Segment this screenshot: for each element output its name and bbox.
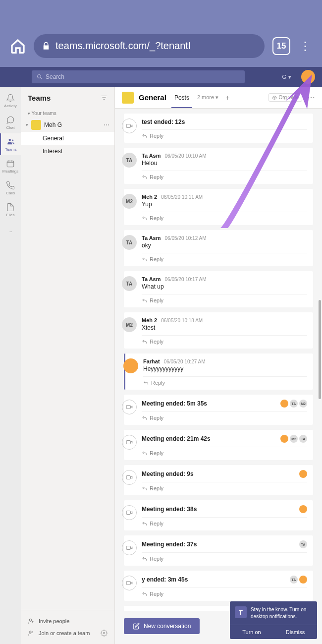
- message-card[interactable]: M2 Meh 206/05/20 10:18 AM Xtest Reply: [124, 312, 313, 349]
- reply-button[interactable]: Reply: [143, 376, 307, 386]
- message-card[interactable]: M2 Meh 206/05/20 10:11 AM Yup Reply: [124, 189, 313, 225]
- message-card[interactable]: Meeting ended: 37sTA Reply: [124, 535, 313, 566]
- home-icon[interactable]: [10, 38, 26, 54]
- message-avatar: [122, 540, 137, 555]
- message-text: Meeting ended: 9s: [142, 470, 194, 477]
- reply-button[interactable]: Reply: [142, 447, 307, 456]
- search-icon: [37, 74, 43, 80]
- channel-interest[interactable]: Interest: [21, 145, 114, 158]
- org-wide-badge[interactable]: Org-wide: [268, 93, 302, 102]
- message-card[interactable]: TA Ta Asm06/05/20 10:10 AM Helou Reply: [124, 148, 313, 184]
- message-card[interactable]: Meeting ended: 9s Reply: [124, 465, 313, 495]
- user-menu[interactable]: G ▾: [282, 74, 291, 80]
- invite-people-link[interactable]: Invite people: [28, 615, 107, 627]
- svg-rect-13: [126, 511, 130, 515]
- main-layout: Activity Chat Teams Meetings Calls Files…: [0, 87, 322, 644]
- join-create-team-link[interactable]: Join or create a team: [28, 627, 107, 639]
- tab-posts[interactable]: Posts: [171, 94, 192, 101]
- rail-teams[interactable]: Teams: [0, 133, 21, 155]
- toast-text: Stay in the know. Turn on desktop notifi…: [251, 606, 312, 620]
- message-text: Meeting ended: 21m 42s: [142, 435, 211, 442]
- rail-chat[interactable]: Chat: [0, 112, 21, 133]
- participants: TAM2: [280, 400, 307, 408]
- reply-button[interactable]: Reply: [142, 171, 307, 180]
- message-avatar: TA: [122, 235, 137, 250]
- eye-icon: [272, 95, 277, 100]
- new-conversation-button[interactable]: New conversation: [124, 618, 200, 634]
- message-text: test ended: 12s: [142, 118, 185, 125]
- message-card[interactable]: Meeting ended: 5m 35sTAM2 Reply: [124, 395, 313, 425]
- message-text: Heyyyyyyyyyyy: [143, 365, 183, 372]
- message-text: Meeting ended: 38s: [142, 506, 197, 513]
- message-list[interactable]: test ended: 12s Reply TA Ta Asm06/05/20 …: [115, 109, 322, 611]
- reply-button[interactable]: Reply: [142, 335, 307, 345]
- dismiss-button[interactable]: Dismiss: [273, 625, 317, 639]
- lock-icon: [42, 42, 51, 51]
- more-icon[interactable]: ⋯: [307, 93, 315, 102]
- message-text: Yup: [142, 201, 152, 208]
- svg-rect-11: [126, 441, 130, 444]
- message-avatar: [123, 358, 138, 373]
- message-card[interactable]: Meeting ended: 21m 42sM2TA Reply: [124, 430, 313, 460]
- message-card[interactable]: TA Ta Asm06/05/20 10:12 AM oky Reply: [124, 230, 313, 266]
- reply-button[interactable]: Reply: [142, 482, 307, 491]
- participant-dot: [280, 435, 288, 443]
- reply-button[interactable]: Reply: [142, 587, 307, 597]
- join-icon: [28, 630, 35, 637]
- message-card[interactable]: y ended: 3m 45sTA Reply: [124, 571, 313, 601]
- message-text: Meeting ended: 5m 35s: [142, 400, 207, 407]
- svg-point-7: [103, 632, 105, 634]
- reply-button[interactable]: Reply: [142, 411, 307, 421]
- gear-icon[interactable]: [101, 630, 107, 637]
- reply-button[interactable]: Reply: [142, 212, 307, 221]
- reply-button[interactable]: Reply: [142, 552, 307, 562]
- rail-calls[interactable]: Calls: [0, 177, 21, 199]
- sidebar-section-label: ▾ Your teams: [21, 109, 114, 118]
- rail-meetings[interactable]: Meetings: [0, 155, 21, 177]
- browser-toolbar: teams.microsoft.com/_?tenantI 15 ⋮: [0, 0, 322, 67]
- message-text: y ended: 3m 45s: [142, 576, 188, 583]
- message-card[interactable]: Farhat06/05/20 10:27 AM Heyyyyyyyyyyy Re…: [124, 353, 313, 390]
- participant-dot: [299, 470, 307, 478]
- add-tab-button[interactable]: +: [225, 94, 229, 102]
- browser-menu-icon[interactable]: ⋮: [298, 39, 312, 53]
- rail-activity[interactable]: Activity: [0, 90, 21, 112]
- filter-icon[interactable]: [101, 94, 107, 101]
- message-card[interactable]: Meeting ended: 38s Reply: [124, 500, 313, 530]
- message-time: 06/05/20 10:18 AM: [161, 318, 203, 323]
- message-card[interactable]: test ended: 12s Reply: [124, 114, 313, 143]
- channel-general[interactable]: General: [21, 132, 114, 145]
- avatar[interactable]: [301, 70, 315, 84]
- rail-more[interactable]: ⋯: [0, 221, 21, 242]
- search-input[interactable]: Search: [32, 70, 245, 83]
- url-bar[interactable]: teams.microsoft.com/_?tenantI: [34, 34, 265, 58]
- chevron-down-icon: ▾: [215, 94, 218, 100]
- tab-more[interactable]: 2 more ▾: [197, 94, 218, 101]
- message-time: 06/05/20 10:11 AM: [161, 194, 203, 200]
- turn-on-button[interactable]: Turn on: [230, 625, 273, 639]
- rail-files[interactable]: Files: [0, 199, 21, 221]
- participant-dot: [299, 505, 307, 513]
- tab-count-button[interactable]: 15: [272, 37, 290, 55]
- team-row[interactable]: ▾ Meh G ⋯: [21, 118, 114, 132]
- channel-content: General Posts 2 more ▾ + Org-wide ⋯ test…: [115, 87, 322, 644]
- more-icon[interactable]: ⋯: [104, 121, 109, 128]
- scrollbar[interactable]: [319, 300, 321, 399]
- reply-button[interactable]: Reply: [142, 517, 307, 527]
- message-text: Meeting ended: 37s: [142, 541, 197, 548]
- reply-button[interactable]: Reply: [142, 129, 307, 139]
- participant-dot: [280, 400, 288, 408]
- message-avatar: TA: [122, 153, 137, 168]
- message-avatar: [122, 118, 137, 133]
- calendar-icon: [6, 159, 15, 168]
- message-time: 06/05/20 10:17 AM: [165, 277, 207, 282]
- channel-avatar: [122, 92, 134, 104]
- message-author: Ta Asm: [142, 235, 161, 241]
- svg-point-6: [32, 632, 33, 633]
- app-rail: Activity Chat Teams Meetings Calls Files…: [0, 87, 21, 644]
- teams-sidebar: Teams ▾ Your teams ▾ Meh G ⋯ General Int…: [21, 87, 115, 644]
- participant-dot: TA: [299, 540, 307, 548]
- reply-button[interactable]: Reply: [142, 294, 307, 303]
- reply-button[interactable]: Reply: [142, 253, 307, 262]
- message-card[interactable]: TA Ta Asm06/05/20 10:17 AM What up Reply: [124, 271, 313, 307]
